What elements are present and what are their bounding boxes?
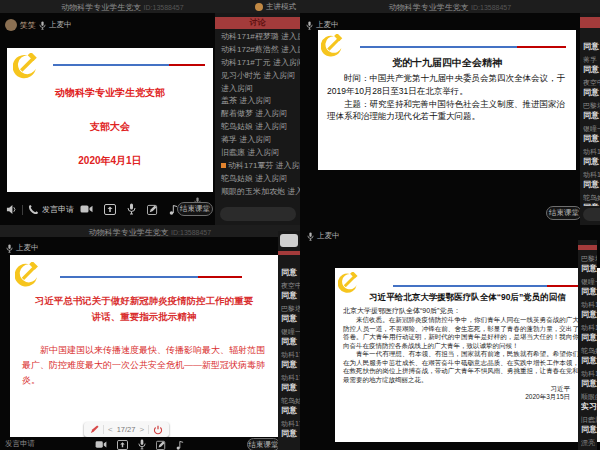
on-mic-status: 上麦中 [317,231,340,241]
chat-message: 旧蠹廛 同意 [578,413,597,436]
share-screen-icon[interactable] [117,440,128,450]
chat-sender: 动科172#蔡浩然 [581,323,597,332]
chat-message: 巴黎塔 同意 [278,302,300,325]
chat-text: 同意 [581,286,597,297]
next-page-button[interactable]: > [139,425,144,434]
speaker-icon[interactable] [6,204,17,215]
tab-discussion[interactable] [278,251,300,255]
window-title: 动物科学专业学生党支 ID:13588457 [0,227,300,238]
slide: 习近平总书记关于做好新冠肺炎疫情防控工作的重要讲话、重要指示批示精神 新中国建国… [10,255,278,437]
end-class-button[interactable]: 结束课堂 [247,438,280,450]
power-icon[interactable] [153,425,163,435]
slide-date: 2020年4月1日 [7,154,213,168]
mic-toggle-icon[interactable] [127,203,136,215]
chat-text: 同意 [281,267,300,278]
chat-text: 同意 [281,405,300,416]
end-class-button[interactable]: 结束课堂 [546,206,582,220]
host-status: 上麦中 [307,230,340,242]
tab-discussion[interactable] [578,245,597,250]
chat-sender: 蒋孚 [583,55,600,64]
prev-page-button[interactable]: < [108,425,113,434]
music-icon[interactable] [176,440,184,450]
divider [148,425,149,434]
chat-messages[interactable]: 同意 夜空中最亮的星 同意 巴黎塔 同意 银瞳一末兮 同意 [278,256,300,446]
chat-text: 同意 [581,424,597,435]
phone-icon[interactable] [28,204,39,215]
chat-input[interactable] [280,234,298,247]
chat-text: 同意 [281,428,300,439]
chat-message: 旧蠹廛 进入房间 [215,147,300,160]
mic-icon [39,21,46,30]
screenshot-bottom-left: 动物科学专业学生党支 ID:13588457 上麦中 习近平总书记关于做好新冠肺… [0,225,300,450]
annotate-icon[interactable] [156,440,166,450]
chat-messages[interactable]: 巴黎塔 同意 银瞳一末兮 同意 动科171覃芬 同意 动科172#蔡浩然 同意 [578,252,597,448]
host-name: 笑笑 [20,20,36,31]
speech-request-button[interactable]: 发言申请 [42,204,74,215]
member-badge-icon [221,163,226,168]
chat-message: 动科172#蔡浩然 同意 [278,371,300,394]
chat-text: 同意 [581,263,597,274]
mic-icon [307,232,314,241]
meeting-id: ID:13588457 [471,4,511,11]
chat-message: 巴黎塔 同意 [580,99,600,122]
meeting-title: 动物科学专业学生党支 [61,3,141,12]
end-class-button[interactable]: 结束课堂 [177,202,213,216]
slide-divider [53,64,205,66]
chat-text: 同意 [583,41,600,52]
chat-sender [281,258,300,267]
chat-message: 鸵鸟姑娘 同意 [278,394,300,417]
chat-sender: 巴黎塔 [581,254,597,263]
chat-message: 银瞳一末兮 同意 [578,275,597,298]
page-indicator: 17/27 [117,425,136,434]
chat-message: 蒋孚 进入房间 [215,134,300,147]
on-mic-status: 上麦中 [16,243,39,253]
chat-message: 夜空中最亮的星 同意 [580,76,600,99]
slide-paragraph: 时间：中国共产党第十九届中央委员会第四次全体会议，于2019年10月28日至31… [327,72,567,98]
chat-input[interactable] [220,207,296,221]
chat-message: 动科171#程梦璐 同意 [278,417,300,440]
tab-discussion[interactable]: 讨论 [215,17,300,29]
chat-message: 鸵鸟姑娘 进入房间 [215,173,300,186]
call-controls: 发言申请 [6,204,74,215]
media-toolbar [95,439,184,450]
chat-message: 夜空中最亮的星 同意 [278,279,300,302]
chat-text: 同意 [583,179,600,190]
chat-text: 同意 [281,359,300,370]
chat-sender: 动科172#蔡浩然 [281,373,300,382]
chat-messages[interactable]: 动科171#程梦璐 进入房间 动科172#蔡浩然 进入房间 动科171#丁元 进… [215,31,300,201]
slide-body: 时间：中国共产党第十九届中央委员会第四次全体会议，于2019年10月28日至31… [327,72,567,123]
chat-sender: 巴黎塔 [583,101,600,110]
pen-icon[interactable] [90,425,99,434]
slide-title: 习近平总书记关于做好新冠肺炎疫情防控工作的重要讲话、重要指示批示精神 [32,293,256,325]
presenter-mode-selector[interactable]: 主讲模式 [255,2,296,12]
mic-icon [6,244,13,253]
chat-message: 鸵鸟姑娘 同意 [578,344,597,367]
chat-sender: 银瞳一末兮 [581,277,597,286]
chat-panel-clipped: 巴黎塔 同意 银瞳一末兮 同意 动科171覃芬 同意 动科172#蔡浩然 同意 [578,240,597,450]
mic-toggle-icon[interactable] [138,439,146,450]
annotate-icon[interactable] [147,204,158,215]
chat-message: 动科171覃芬 进入房间 [215,160,300,173]
host-status: 上麦中 [6,242,39,254]
slide-title: 党的十九届四中全会精神 [318,56,576,70]
chat-text: 同意 [281,290,300,301]
chat-text: 同意 [583,133,600,144]
chat-messages[interactable]: 同意 蒋孚 同意 夜空中最亮的星 同意 巴黎塔 同意 银瞳一 [580,30,600,206]
chat-sender: 鸵鸟姑娘 [583,193,600,202]
speech-request-button[interactable]: 发言申请 [5,439,35,449]
camera-icon[interactable] [80,204,93,214]
tab-discussion[interactable] [580,17,600,28]
chat-message: 巴黎塔 同意 [578,252,597,275]
slide-paragraph: 青年一代有理想、有本领、有担当，国家就有前途，民族就有希望。希望你们努力在为人民… [343,350,592,384]
slide-signature-date: 2020年3月15日 [343,393,592,402]
chat-message: 动科171覃芬 同意 [578,298,597,321]
slide-paragraph: 主题：研究坚持和完善中国特色社会主义制度、推进国家治理体系和治理能力现代化若干重… [327,98,567,124]
camera-icon[interactable] [95,440,107,449]
chat-text: 同意 [581,447,597,448]
chat-sender: 鸵鸟姑娘 [581,346,597,355]
slide-salutation: 北京大学援鄂医疗队全体“90后”党员： [343,306,592,316]
slide-divider [393,285,596,287]
chat-input[interactable] [583,208,600,221]
chat-message: 动科171覃芬 同意 [580,145,600,168]
share-screen-icon[interactable] [104,204,116,215]
